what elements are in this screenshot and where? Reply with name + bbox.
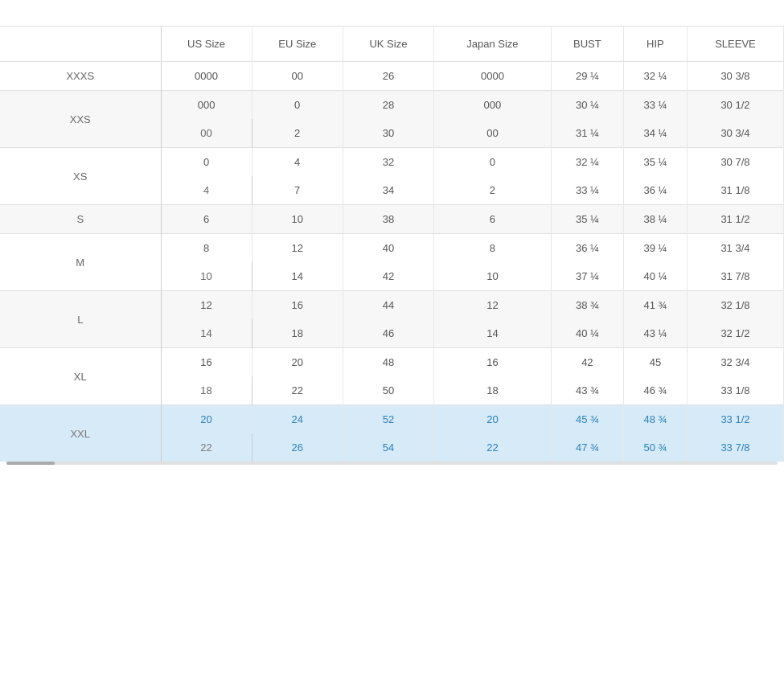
cell-us: 14 bbox=[161, 319, 252, 348]
cell-us: 00 bbox=[161, 119, 252, 148]
cell-japan: 12 bbox=[433, 291, 551, 320]
cell-sleeve: 33 7/8 bbox=[687, 433, 783, 462]
cell-uk: 38 bbox=[343, 205, 433, 234]
cell-eu: 2 bbox=[252, 119, 343, 148]
cell-bust: 37 ¼ bbox=[551, 262, 623, 291]
cell-eu: 4 bbox=[252, 148, 343, 177]
cell-bust: 43 ¾ bbox=[551, 376, 623, 405]
cell-sleeve: 33 1/8 bbox=[687, 376, 783, 405]
cell-us: 22 bbox=[161, 433, 252, 462]
cell-uk: 42 bbox=[343, 262, 433, 291]
cell-japan: 0 bbox=[433, 148, 551, 177]
table-row: M81240836 ¼39 ¼31 3/4 bbox=[0, 234, 784, 263]
cell-us: 12 bbox=[161, 291, 252, 320]
cell-hip: 33 ¼ bbox=[623, 91, 687, 120]
cell-eu: 10 bbox=[252, 205, 343, 234]
size-label-cell: XXL bbox=[0, 405, 161, 462]
cell-bust: 35 ¼ bbox=[551, 205, 623, 234]
cell-hip: 46 ¾ bbox=[623, 376, 687, 405]
cell-japan: 0000 bbox=[433, 62, 551, 91]
cell-eu: 18 bbox=[252, 319, 343, 348]
cell-eu: 12 bbox=[252, 234, 343, 263]
cell-japan: 18 bbox=[433, 376, 551, 405]
cell-japan: 10 bbox=[433, 262, 551, 291]
cell-hip: 35 ¼ bbox=[623, 148, 687, 177]
cell-hip: 39 ¼ bbox=[623, 234, 687, 263]
size-table: US SizeEU SizeUK SizeJapan SizeBUSTHIPSL… bbox=[0, 27, 784, 462]
cell-sleeve: 33 1/2 bbox=[687, 405, 783, 434]
column-header-us-size: US Size bbox=[161, 27, 252, 62]
cell-japan: 20 bbox=[433, 405, 551, 434]
column-header-japan-size: Japan Size bbox=[433, 27, 551, 62]
cell-uk: 26 bbox=[343, 62, 433, 91]
table-row: XL16204816424532 3/4 bbox=[0, 348, 784, 377]
cell-hip: 34 ¼ bbox=[623, 119, 687, 148]
cell-hip: 40 ¼ bbox=[623, 262, 687, 291]
table-header-row: US SizeEU SizeUK SizeJapan SizeBUSTHIPSL… bbox=[0, 27, 784, 62]
size-chart-container: US SizeEU SizeUK SizeJapan SizeBUSTHIPSL… bbox=[0, 0, 784, 481]
cell-eu: 0 bbox=[252, 91, 343, 120]
scroll-bar[interactable] bbox=[6, 462, 778, 465]
cell-hip: 41 ¾ bbox=[623, 291, 687, 320]
cell-sleeve: 30 3/4 bbox=[687, 119, 783, 148]
column-header-hip: HIP bbox=[623, 27, 687, 62]
cell-sleeve: 31 1/2 bbox=[687, 205, 783, 234]
cell-us: 18 bbox=[161, 376, 252, 405]
cell-bust: 31 ¼ bbox=[551, 119, 623, 148]
table-row: XXS00002800030 ¼33 ¼30 1/2 bbox=[0, 91, 784, 120]
cell-japan: 8 bbox=[433, 234, 551, 263]
table-row: XXXS00000026000029 ¼32 ¼30 3/8 bbox=[0, 62, 784, 91]
cell-bust: 32 ¼ bbox=[551, 148, 623, 177]
cell-japan: 14 bbox=[433, 319, 551, 348]
cell-sleeve: 31 3/4 bbox=[687, 234, 783, 263]
cell-sleeve: 32 1/8 bbox=[687, 291, 783, 320]
cell-us: 6 bbox=[161, 205, 252, 234]
cell-us: 8 bbox=[161, 234, 252, 263]
cell-uk: 46 bbox=[343, 319, 433, 348]
cell-hip: 36 ¼ bbox=[623, 176, 687, 205]
cell-uk: 52 bbox=[343, 405, 433, 434]
cell-sleeve: 30 1/2 bbox=[687, 91, 783, 120]
cell-sleeve: 32 1/2 bbox=[687, 319, 783, 348]
cell-hip: 32 ¼ bbox=[623, 62, 687, 91]
cell-bust: 36 ¼ bbox=[551, 234, 623, 263]
column-header-bust: BUST bbox=[551, 27, 623, 62]
cell-uk: 54 bbox=[343, 433, 433, 462]
cell-bust: 29 ¼ bbox=[551, 62, 623, 91]
table-row: S61038635 ¼38 ¼31 1/2 bbox=[0, 205, 784, 234]
scroll-thumb bbox=[6, 462, 55, 465]
cell-japan: 6 bbox=[433, 205, 551, 234]
cell-hip: 45 bbox=[623, 348, 687, 377]
cell-sleeve: 32 3/4 bbox=[687, 348, 783, 377]
cell-us: 0000 bbox=[161, 62, 252, 91]
cell-sleeve: 30 7/8 bbox=[687, 148, 783, 177]
cell-hip: 50 ¾ bbox=[623, 433, 687, 462]
size-label-cell: XXXS bbox=[0, 62, 161, 91]
size-label-cell: XS bbox=[0, 148, 161, 205]
cell-bust: 45 ¾ bbox=[551, 405, 623, 434]
cell-uk: 32 bbox=[343, 148, 433, 177]
column-header-eu-size: EU Size bbox=[252, 27, 343, 62]
cell-eu: 16 bbox=[252, 291, 343, 320]
cell-eu: 22 bbox=[252, 376, 343, 405]
size-label-cell: L bbox=[0, 291, 161, 348]
cell-bust: 33 ¼ bbox=[551, 176, 623, 205]
cell-bust: 30 ¼ bbox=[551, 91, 623, 120]
table-row: L1216441238 ¾41 ¾32 1/8 bbox=[0, 291, 784, 320]
cell-eu: 7 bbox=[252, 176, 343, 205]
cell-japan: 00 bbox=[433, 119, 551, 148]
table-row: XS0432032 ¼35 ¼30 7/8 bbox=[0, 148, 784, 177]
cell-uk: 40 bbox=[343, 234, 433, 263]
cell-us: 16 bbox=[161, 348, 252, 377]
cell-uk: 48 bbox=[343, 348, 433, 377]
cell-uk: 50 bbox=[343, 376, 433, 405]
cell-eu: 26 bbox=[252, 433, 343, 462]
chart-header bbox=[0, 0, 784, 27]
cell-eu: 20 bbox=[252, 348, 343, 377]
cell-us: 000 bbox=[161, 91, 252, 120]
size-label-cell: S bbox=[0, 205, 161, 234]
cell-sleeve: 30 3/8 bbox=[687, 62, 783, 91]
cell-eu: 00 bbox=[252, 62, 343, 91]
cell-sleeve: 31 7/8 bbox=[687, 262, 783, 291]
cell-hip: 48 ¾ bbox=[623, 405, 687, 434]
